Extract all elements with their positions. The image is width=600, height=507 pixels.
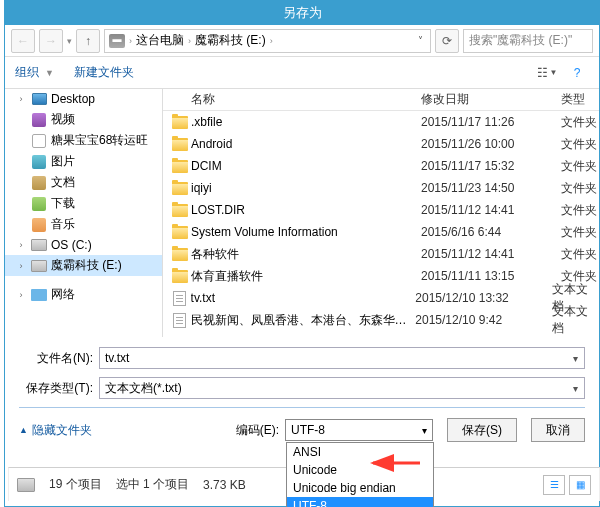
folder-icon: [171, 136, 189, 152]
sidebar-item[interactable]: 图片: [5, 151, 162, 172]
file-date: 2015/11/11 13:15: [421, 269, 561, 283]
drive-icon: [31, 258, 47, 274]
breadcrumb[interactable]: ▬ › 这台电脑 › 魔霸科技 (E:) › ˅: [104, 29, 431, 53]
file-name: tv.txt: [191, 291, 416, 305]
file-row[interactable]: LOST.DIR2015/11/12 14:41文件夹: [163, 199, 599, 221]
column-name[interactable]: 名称: [191, 91, 421, 108]
file-row[interactable]: DCIM2015/11/17 15:32文件夹: [163, 155, 599, 177]
chevron-icon: ›: [15, 94, 27, 104]
filename-label: 文件名(N):: [19, 350, 99, 367]
filetype-input[interactable]: 文本文档(*.txt): [99, 377, 585, 399]
file-row[interactable]: 各种软件2015/11/12 14:41文件夹: [163, 243, 599, 265]
sidebar-item-label: 文档: [51, 174, 75, 191]
titlebar: 另存为: [5, 1, 599, 25]
sidebar-item-network[interactable]: › 网络: [5, 284, 162, 305]
sidebar-item[interactable]: 糖果宝宝68转运旺: [5, 130, 162, 151]
folder-icon: [171, 224, 189, 240]
folder-icon: [171, 246, 189, 262]
drive-icon: [31, 237, 47, 253]
sidebar-item-label: 图片: [51, 153, 75, 170]
file-type: 文件夹: [561, 180, 597, 197]
column-type[interactable]: 类型: [561, 91, 599, 108]
sidebar: ›Desktop视频糖果宝宝68转运旺图片文档下载音乐›OS (C:)›魔霸科技…: [5, 89, 163, 337]
up-button[interactable]: ↑: [76, 29, 100, 53]
sidebar-item[interactable]: 下载: [5, 193, 162, 214]
sidebar-item-label: Desktop: [51, 92, 95, 106]
view-options-button[interactable]: ☷ ▼: [535, 62, 559, 84]
sidebar-item[interactable]: ›魔霸科技 (E:): [5, 255, 162, 276]
sidebar-item[interactable]: ›OS (C:): [5, 235, 162, 255]
status-items: 19 个项目: [49, 476, 102, 493]
filename-input[interactable]: tv.txt: [99, 347, 585, 369]
icons-view-button[interactable]: ▦: [569, 475, 591, 495]
filename-value: tv.txt: [105, 351, 129, 365]
hide-folders-link[interactable]: 隐藏文件夹: [19, 422, 92, 439]
desktop-icon: [31, 91, 47, 107]
search-input[interactable]: 搜索"魔霸科技 (E:)": [463, 29, 593, 53]
sidebar-item[interactable]: 文档: [5, 172, 162, 193]
save-button[interactable]: 保存(S): [447, 418, 517, 442]
file-row[interactable]: 民视新闻、凤凰香港、本港台、东森华视…2015/12/10 9:42文本文档: [163, 309, 599, 331]
drive-icon: ▬: [109, 34, 125, 48]
encoding-option[interactable]: Unicode big endian: [287, 479, 433, 497]
file-date: 2015/12/10 13:32: [415, 291, 552, 305]
chevron-icon: ›: [15, 240, 27, 250]
encoding-option[interactable]: ANSI: [287, 443, 433, 461]
forward-button[interactable]: →: [39, 29, 63, 53]
chevron-right-icon: ›: [15, 290, 27, 300]
sidebar-item-label: 糖果宝宝68转运旺: [51, 132, 148, 149]
file-row[interactable]: iqiyi2015/11/23 14:50文件夹: [163, 177, 599, 199]
cancel-button[interactable]: 取消: [531, 418, 585, 442]
folder-icon: [171, 158, 189, 174]
encoding-combo[interactable]: UTF-8 ANSIUnicodeUnicode big endianUTF-8: [285, 419, 433, 441]
chevron-right-icon: ›: [186, 36, 193, 46]
chevron-right-icon: ›: [127, 36, 134, 46]
breadcrumb-pc[interactable]: 这台电脑: [136, 32, 184, 49]
file-row[interactable]: tv.txt2015/12/10 13:32文本文档: [163, 287, 599, 309]
details-view-button[interactable]: ☰: [543, 475, 565, 495]
drive-icon: [17, 478, 35, 492]
file-date: 2015/11/23 14:50: [421, 181, 561, 195]
sidebar-item[interactable]: 视频: [5, 109, 162, 130]
encoding-option[interactable]: UTF-8: [287, 497, 433, 507]
sidebar-item-label: 魔霸科技 (E:): [51, 257, 122, 274]
status-size: 3.73 KB: [203, 478, 246, 492]
organize-menu[interactable]: 组织: [15, 64, 39, 81]
file-type: 文本文档: [552, 303, 599, 337]
encoding-dropdown: ANSIUnicodeUnicode big endianUTF-8: [286, 442, 434, 507]
convert-icon: [31, 133, 47, 149]
file-row[interactable]: Android2015/11/26 10:00文件夹: [163, 133, 599, 155]
file-row[interactable]: .xbfile2015/11/17 11:26文件夹: [163, 111, 599, 133]
column-date[interactable]: 修改日期: [421, 91, 561, 108]
back-button[interactable]: ←: [11, 29, 35, 53]
pic-icon: [31, 154, 47, 170]
search-placeholder: 搜索"魔霸科技 (E:)": [469, 32, 572, 49]
file-date: 2015/11/12 14:41: [421, 203, 561, 217]
file-date: 2015/11/26 10:00: [421, 137, 561, 151]
network-icon: [31, 287, 47, 303]
file-type: 文件夹: [561, 224, 597, 241]
breadcrumb-drive[interactable]: 魔霸科技 (E:): [195, 32, 266, 49]
sidebar-item-label: 下载: [51, 195, 75, 212]
breadcrumb-dropdown-icon[interactable]: ˅: [415, 35, 426, 46]
chevron-icon: ›: [15, 261, 27, 271]
help-button[interactable]: ?: [565, 62, 589, 84]
file-date: 2015/12/10 9:42: [415, 313, 552, 327]
window-title: 另存为: [283, 4, 322, 22]
folder-icon: [171, 202, 189, 218]
music-icon: [31, 217, 47, 233]
refresh-button[interactable]: ⟳: [435, 29, 459, 53]
chevron-right-icon: ›: [268, 36, 275, 46]
file-name: iqiyi: [191, 181, 421, 195]
new-folder-button[interactable]: 新建文件夹: [74, 64, 134, 81]
sidebar-item-label: 音乐: [51, 216, 75, 233]
chevron-down-icon: ▼: [45, 68, 54, 78]
recent-chevron-icon[interactable]: ▾: [67, 36, 72, 46]
file-row[interactable]: 体育直播软件2015/11/11 13:15文件夹: [163, 265, 599, 287]
video-icon: [31, 112, 47, 128]
sidebar-item[interactable]: ›Desktop: [5, 89, 162, 109]
folder-icon: [171, 114, 189, 130]
file-row[interactable]: System Volume Information2015/6/16 6:44文…: [163, 221, 599, 243]
encoding-option[interactable]: Unicode: [287, 461, 433, 479]
sidebar-item[interactable]: 音乐: [5, 214, 162, 235]
